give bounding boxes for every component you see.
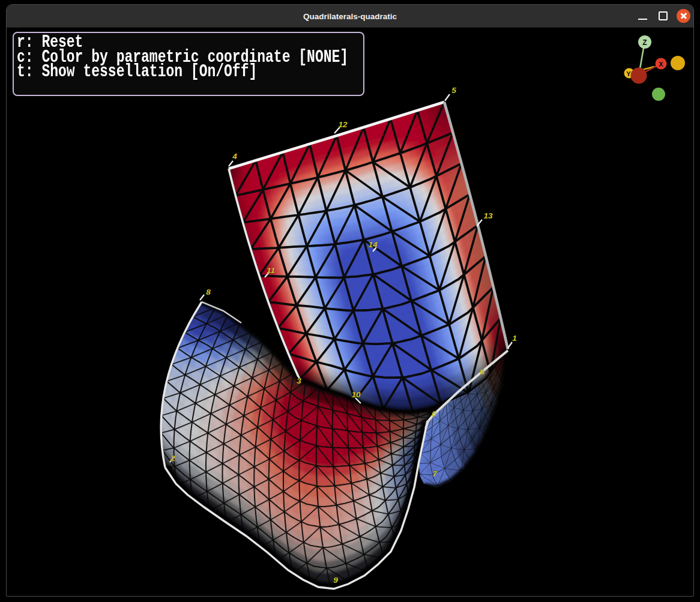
svg-text:Z: Z — [642, 38, 647, 47]
svg-text:X: X — [659, 61, 663, 68]
svg-text:5: 5 — [451, 86, 456, 95]
svg-text:6: 6 — [480, 367, 484, 376]
svg-text:12: 12 — [338, 120, 348, 129]
svg-text:11: 11 — [267, 266, 275, 275]
svg-text:9: 9 — [333, 576, 338, 585]
svg-text:2: 2 — [170, 454, 175, 463]
svg-text:13: 13 — [483, 211, 493, 220]
svg-text:Y: Y — [626, 70, 631, 77]
svg-text:1: 1 — [512, 334, 517, 343]
svg-text:0: 0 — [432, 409, 436, 418]
svg-text:10: 10 — [351, 390, 361, 399]
svg-text:4: 4 — [232, 152, 237, 161]
svg-text:3: 3 — [297, 376, 301, 385]
svg-text:14: 14 — [368, 240, 378, 249]
svg-text:8: 8 — [206, 287, 211, 296]
